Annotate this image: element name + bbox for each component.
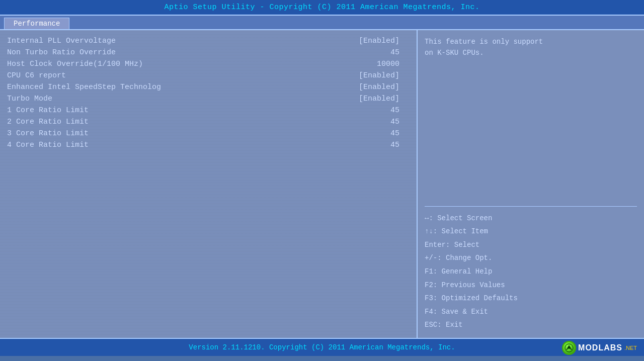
footer-bar: Version 2.11.1210. Copyright (C) 2011 Am… xyxy=(0,338,644,356)
list-item[interactable]: Internal PLL Overvoltage [Enabled] xyxy=(7,35,410,47)
list-item[interactable]: Host Clock Override(1/100 MHz) 10000 xyxy=(7,58,410,70)
left-panel: Internal PLL Overvoltage [Enabled] Non T… xyxy=(0,30,418,338)
modlabs-net: .NET xyxy=(624,345,637,351)
list-item[interactable]: 2 Core Ratio Limit 45 xyxy=(7,116,410,128)
list-item[interactable]: Non Turbo Ratio Override 45 xyxy=(7,47,410,58)
right-panel: This feature is only support on K-SKU CP… xyxy=(418,30,644,338)
shortcut-item: F2: Previous Values xyxy=(425,279,637,292)
header-bar: Aptio Setup Utility - Copyright (C) 2011… xyxy=(0,0,644,16)
header-title: Aptio Setup Utility - Copyright (C) 2011… xyxy=(164,3,479,12)
shortcut-item: +/-: Change Opt. xyxy=(425,251,637,265)
footer-text: Version 2.11.1210. Copyright (C) 2011 Am… xyxy=(189,343,455,351)
divider xyxy=(425,206,637,207)
list-item[interactable]: 1 Core Ratio Limit 45 xyxy=(7,105,410,116)
shortcut-item: F1: General Help xyxy=(425,265,637,279)
help-text: This feature is only support on K-SKU CP… xyxy=(425,36,637,201)
shortcut-item: Enter: Select xyxy=(425,238,637,252)
list-item[interactable]: Enhanced Intel SpeedStep Technolog [Enab… xyxy=(7,81,410,93)
modlabs-text: MODLABS xyxy=(578,343,622,352)
shortcut-list: ↔: Select Screen ↑↓: Select Item Enter: … xyxy=(425,212,637,332)
shortcut-item: ↑↓: Select Item xyxy=(425,225,637,238)
list-item[interactable]: 3 Core Ratio Limit 45 xyxy=(7,128,410,139)
shortcut-item: ↔: Select Screen xyxy=(425,212,637,225)
shortcut-item: F3: Optimized Defaults xyxy=(425,292,637,305)
list-item[interactable]: 4 Core Ratio Limit 45 xyxy=(7,139,410,151)
performance-tab[interactable]: Performance xyxy=(4,18,69,29)
tab-row: Performance xyxy=(0,16,644,30)
list-item[interactable]: Turbo Mode [Enabled] xyxy=(7,93,410,105)
shortcut-item: F4: Save & Exit xyxy=(425,305,637,319)
svg-point-1 xyxy=(568,347,570,349)
shortcut-item: ESC: Exit xyxy=(425,318,637,332)
modlabs-icon xyxy=(562,341,576,355)
main-content: Internal PLL Overvoltage [Enabled] Non T… xyxy=(0,30,644,338)
modlabs-logo: MODLABS.NET xyxy=(562,341,637,355)
list-item[interactable]: CPU C6 report [Enabled] xyxy=(7,70,410,81)
